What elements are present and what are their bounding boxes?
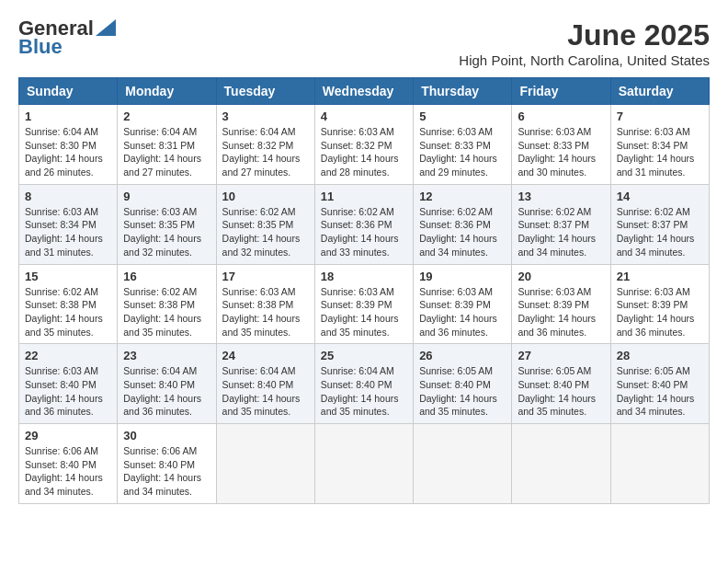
logo-icon xyxy=(96,19,116,36)
column-header-friday: Friday xyxy=(512,78,610,105)
calendar-cell xyxy=(216,424,314,504)
column-header-tuesday: Tuesday xyxy=(216,78,314,105)
cell-info: Sunrise: 6:02 AMSunset: 8:35 PMDaylight:… xyxy=(222,205,309,259)
calendar-cell: 29Sunrise: 6:06 AMSunset: 8:40 PMDayligh… xyxy=(19,424,118,504)
calendar-cell: 1Sunrise: 6:04 AMSunset: 8:30 PMDaylight… xyxy=(19,105,118,185)
calendar-cell: 23Sunrise: 6:04 AMSunset: 8:40 PMDayligh… xyxy=(118,344,216,424)
calendar-cell: 26Sunrise: 6:05 AMSunset: 8:40 PMDayligh… xyxy=(414,344,512,424)
calendar-cell: 7Sunrise: 6:03 AMSunset: 8:34 PMDaylight… xyxy=(610,105,709,185)
title-area: June 2025 High Point, North Carolina, Un… xyxy=(459,18,710,68)
calendar-cell: 4Sunrise: 6:03 AMSunset: 8:32 PMDaylight… xyxy=(314,105,413,185)
day-number: 10 xyxy=(222,190,309,203)
calendar-cell: 10Sunrise: 6:02 AMSunset: 8:35 PMDayligh… xyxy=(216,184,314,264)
calendar-cell xyxy=(414,424,512,504)
calendar-cell: 8Sunrise: 6:03 AMSunset: 8:34 PMDaylight… xyxy=(19,184,118,264)
day-number: 3 xyxy=(222,109,309,123)
column-header-wednesday: Wednesday xyxy=(314,78,413,105)
column-header-thursday: Thursday xyxy=(414,78,512,105)
day-number: 15 xyxy=(25,270,111,283)
calendar-cell: 12Sunrise: 6:02 AMSunset: 8:36 PMDayligh… xyxy=(414,184,512,264)
cell-info: Sunrise: 6:02 AMSunset: 8:38 PMDaylight:… xyxy=(25,285,111,339)
day-number: 7 xyxy=(617,109,703,123)
cell-info: Sunrise: 6:03 AMSunset: 8:33 PMDaylight:… xyxy=(518,125,604,179)
cell-info: Sunrise: 6:03 AMSunset: 8:32 PMDaylight:… xyxy=(321,125,407,179)
calendar-cell: 28Sunrise: 6:05 AMSunset: 8:40 PMDayligh… xyxy=(610,344,709,424)
calendar-cell: 24Sunrise: 6:04 AMSunset: 8:40 PMDayligh… xyxy=(216,344,314,424)
day-number: 25 xyxy=(321,349,407,362)
day-number: 8 xyxy=(25,190,111,203)
cell-info: Sunrise: 6:03 AMSunset: 8:39 PMDaylight:… xyxy=(321,285,407,339)
svg-marker-0 xyxy=(96,19,116,36)
cell-info: Sunrise: 6:04 AMSunset: 8:40 PMDaylight:… xyxy=(123,364,210,419)
cell-info: Sunrise: 6:06 AMSunset: 8:40 PMDaylight:… xyxy=(25,444,111,499)
location-title: High Point, North Carolina, United State… xyxy=(459,52,710,68)
day-number: 19 xyxy=(419,270,506,283)
calendar-cell: 14Sunrise: 6:02 AMSunset: 8:37 PMDayligh… xyxy=(610,184,709,264)
calendar-cell: 3Sunrise: 6:04 AMSunset: 8:32 PMDaylight… xyxy=(216,105,314,185)
calendar-cell: 20Sunrise: 6:03 AMSunset: 8:39 PMDayligh… xyxy=(512,264,610,344)
day-number: 27 xyxy=(518,349,604,362)
day-number: 26 xyxy=(419,349,506,362)
column-header-monday: Monday xyxy=(118,78,216,105)
cell-info: Sunrise: 6:03 AMSunset: 8:34 PMDaylight:… xyxy=(617,125,703,179)
calendar-cell xyxy=(610,424,709,504)
calendar-cell: 22Sunrise: 6:03 AMSunset: 8:40 PMDayligh… xyxy=(19,344,118,424)
calendar-cell xyxy=(314,424,413,504)
calendar-cell: 21Sunrise: 6:03 AMSunset: 8:39 PMDayligh… xyxy=(610,264,709,344)
day-number: 28 xyxy=(617,349,703,362)
cell-info: Sunrise: 6:02 AMSunset: 8:36 PMDaylight:… xyxy=(419,205,506,259)
cell-info: Sunrise: 6:03 AMSunset: 8:35 PMDaylight:… xyxy=(123,205,210,259)
cell-info: Sunrise: 6:05 AMSunset: 8:40 PMDaylight:… xyxy=(419,364,506,419)
day-number: 9 xyxy=(123,190,210,203)
calendar-cell: 30Sunrise: 6:06 AMSunset: 8:40 PMDayligh… xyxy=(118,424,216,504)
cell-info: Sunrise: 6:02 AMSunset: 8:37 PMDaylight:… xyxy=(617,205,703,259)
cell-info: Sunrise: 6:02 AMSunset: 8:38 PMDaylight:… xyxy=(123,285,210,339)
day-number: 4 xyxy=(321,109,407,123)
calendar-cell: 13Sunrise: 6:02 AMSunset: 8:37 PMDayligh… xyxy=(512,184,610,264)
day-number: 5 xyxy=(419,109,506,123)
column-header-saturday: Saturday xyxy=(610,78,709,105)
cell-info: Sunrise: 6:04 AMSunset: 8:31 PMDaylight:… xyxy=(123,125,210,179)
cell-info: Sunrise: 6:03 AMSunset: 8:34 PMDaylight:… xyxy=(25,205,111,259)
day-number: 23 xyxy=(123,349,210,362)
cell-info: Sunrise: 6:03 AMSunset: 8:39 PMDaylight:… xyxy=(419,285,506,339)
day-number: 30 xyxy=(123,429,210,442)
month-title: June 2025 xyxy=(459,18,710,52)
calendar-cell: 19Sunrise: 6:03 AMSunset: 8:39 PMDayligh… xyxy=(414,264,512,344)
calendar-week-4: 22Sunrise: 6:03 AMSunset: 8:40 PMDayligh… xyxy=(19,344,710,424)
header: General Blue June 2025 High Point, North… xyxy=(18,18,710,68)
calendar-cell xyxy=(512,424,610,504)
cell-info: Sunrise: 6:03 AMSunset: 8:38 PMDaylight:… xyxy=(222,285,309,339)
cell-info: Sunrise: 6:03 AMSunset: 8:39 PMDaylight:… xyxy=(617,285,703,339)
cell-info: Sunrise: 6:04 AMSunset: 8:40 PMDaylight:… xyxy=(321,364,407,419)
cell-info: Sunrise: 6:03 AMSunset: 8:33 PMDaylight:… xyxy=(419,125,506,179)
logo: General Blue xyxy=(18,18,116,57)
day-number: 18 xyxy=(321,270,407,283)
calendar-cell: 25Sunrise: 6:04 AMSunset: 8:40 PMDayligh… xyxy=(314,344,413,424)
day-number: 2 xyxy=(123,109,210,123)
calendar-week-5: 29Sunrise: 6:06 AMSunset: 8:40 PMDayligh… xyxy=(19,424,710,504)
cell-info: Sunrise: 6:06 AMSunset: 8:40 PMDaylight:… xyxy=(123,444,210,499)
calendar-week-1: 1Sunrise: 6:04 AMSunset: 8:30 PMDaylight… xyxy=(19,105,710,185)
calendar-header-row: SundayMondayTuesdayWednesdayThursdayFrid… xyxy=(19,78,710,105)
calendar-cell: 11Sunrise: 6:02 AMSunset: 8:36 PMDayligh… xyxy=(314,184,413,264)
calendar-cell: 16Sunrise: 6:02 AMSunset: 8:38 PMDayligh… xyxy=(118,264,216,344)
day-number: 21 xyxy=(617,270,703,283)
column-header-sunday: Sunday xyxy=(19,78,118,105)
calendar-cell: 5Sunrise: 6:03 AMSunset: 8:33 PMDaylight… xyxy=(414,105,512,185)
calendar-cell: 18Sunrise: 6:03 AMSunset: 8:39 PMDayligh… xyxy=(314,264,413,344)
calendar-cell: 15Sunrise: 6:02 AMSunset: 8:38 PMDayligh… xyxy=(19,264,118,344)
day-number: 6 xyxy=(518,109,604,123)
cell-info: Sunrise: 6:04 AMSunset: 8:32 PMDaylight:… xyxy=(222,125,309,179)
day-number: 22 xyxy=(25,349,111,362)
calendar-week-2: 8Sunrise: 6:03 AMSunset: 8:34 PMDaylight… xyxy=(19,184,710,264)
cell-info: Sunrise: 6:04 AMSunset: 8:30 PMDaylight:… xyxy=(25,125,111,179)
day-number: 14 xyxy=(617,190,703,203)
cell-info: Sunrise: 6:05 AMSunset: 8:40 PMDaylight:… xyxy=(617,364,703,419)
cell-info: Sunrise: 6:02 AMSunset: 8:36 PMDaylight:… xyxy=(321,205,407,259)
calendar-cell: 2Sunrise: 6:04 AMSunset: 8:31 PMDaylight… xyxy=(118,105,216,185)
calendar-cell: 17Sunrise: 6:03 AMSunset: 8:38 PMDayligh… xyxy=(216,264,314,344)
cell-info: Sunrise: 6:03 AMSunset: 8:39 PMDaylight:… xyxy=(518,285,604,339)
cell-info: Sunrise: 6:04 AMSunset: 8:40 PMDaylight:… xyxy=(222,364,309,419)
day-number: 20 xyxy=(518,270,604,283)
